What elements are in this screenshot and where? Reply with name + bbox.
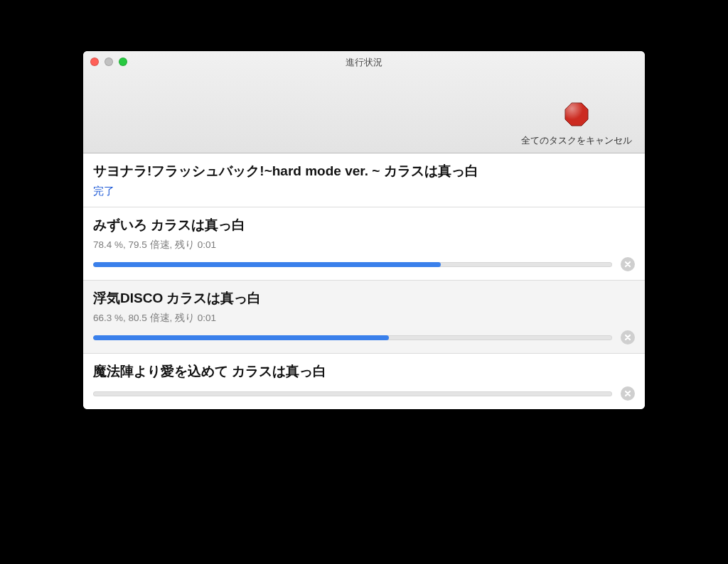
task-title: 魔法陣より愛を込めて カラスは真っ白 [93,362,635,381]
progress-fill [93,262,441,267]
task-status: 78.4 %, 79.5 倍速, 残り 0:01 [93,239,635,251]
close-icon [624,390,631,397]
titlebar: 進行状況 全てのタスクをキャンセル [83,51,645,153]
window-title: 進行状況 [83,56,645,69]
task-row: サヨナラ!フラッシュバック!~hard mode ver. ~ カラスは真っ白 … [83,153,645,207]
stop-icon [564,102,589,127]
progress-bar [93,335,612,340]
progress-fill [93,335,389,340]
cancel-all-tasks-button[interactable]: 全てのタスクをキャンセル [521,102,632,147]
progress-bar [93,262,612,267]
task-status: 66.3 %, 80.5 倍速, 残り 0:01 [93,312,635,325]
cancel-all-label: 全てのタスクをキャンセル [521,134,632,147]
cancel-task-button[interactable] [621,257,635,271]
cancel-task-button[interactable] [621,386,635,401]
progress-window: 進行状況 全てのタスクをキャンセル サヨナラ!フラッシュ [83,51,645,409]
progress-bar [93,391,612,396]
task-row: みずいろ カラスは真っ白 78.4 %, 79.5 倍速, 残り 0:01 [83,207,645,281]
close-icon [624,334,631,341]
task-done-label: 完了 [93,185,635,198]
task-title: 浮気DISCO カラスは真っ白 [93,289,635,308]
task-row: 浮気DISCO カラスは真っ白 66.3 %, 80.5 倍速, 残り 0:01 [83,281,645,354]
cancel-task-button[interactable] [621,330,635,345]
task-title: サヨナラ!フラッシュバック!~hard mode ver. ~ カラスは真っ白 [93,162,635,180]
task-list: サヨナラ!フラッシュバック!~hard mode ver. ~ カラスは真っ白 … [83,153,645,409]
svg-marker-1 [565,103,588,126]
task-title: みずいろ カラスは真っ白 [93,216,635,234]
close-icon [624,261,631,268]
task-row: 魔法陣より愛を込めて カラスは真っ白 [83,354,645,409]
